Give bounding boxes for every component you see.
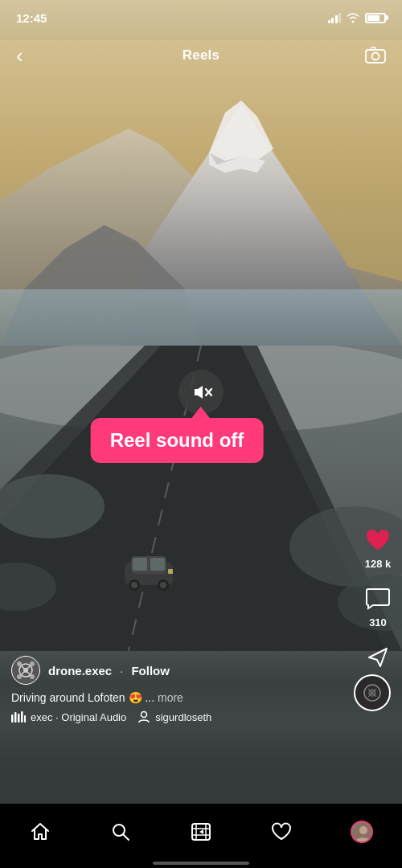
svg-rect-17 [133,558,147,571]
comment-button[interactable]: 310 [363,584,392,628]
follow-button[interactable]: Follow [131,664,170,678]
mountain-silhouette [0,40,402,346]
separator: · [120,664,123,678]
person-icon [137,710,150,723]
svg-rect-0 [366,50,385,63]
svg-rect-40 [14,712,17,723]
svg-point-44 [142,712,147,718]
svg-rect-42 [21,711,23,723]
heart-icon [363,526,392,555]
svg-point-1 [372,53,379,60]
album-art[interactable] [354,674,391,711]
bottom-nav [0,804,402,868]
status-bar: 12:45 [0,0,402,35]
signal-icon [328,12,342,23]
avatar[interactable] [11,656,40,685]
comment-icon [363,584,392,613]
camera-button[interactable] [354,47,386,64]
share-button[interactable] [363,643,392,672]
home-indicator [153,862,249,865]
more-caption[interactable]: more [158,691,183,704]
like-button[interactable]: 128 k [363,526,392,570]
svg-point-54 [359,826,367,834]
nav-bar: ‹ Reels [0,35,402,76]
status-icons [328,12,387,23]
battery-icon [365,13,386,23]
svg-rect-18 [150,558,165,571]
nav-reels[interactable] [181,812,221,852]
status-time: 12:45 [16,11,47,25]
svg-point-34 [17,661,22,666]
svg-rect-9 [0,289,402,346]
comment-count: 310 [369,616,387,628]
nav-title: Reels [183,47,219,63]
svg-point-35 [30,661,35,666]
nav-profile[interactable] [342,812,382,852]
back-button[interactable]: ‹ [16,43,48,68]
wifi-icon [346,12,360,23]
post-info: drone.exec · Follow Driving around Lofot… [0,656,354,723]
svg-point-38 [23,668,28,673]
like-count: 128 k [365,558,392,570]
nav-home[interactable] [20,812,60,852]
caption: Driving around Lofoten 😍 ... more [11,691,343,704]
svg-rect-43 [24,715,26,723]
collaborator-item[interactable]: sigurdloseth [137,710,211,723]
svg-rect-41 [18,714,20,723]
svg-rect-2 [371,47,375,50]
svg-line-51 [123,834,129,840]
share-icon [363,643,392,672]
svg-point-37 [30,674,35,679]
svg-point-36 [17,674,22,679]
profile-avatar [351,821,373,843]
audio-bars-icon [11,711,26,723]
svg-point-22 [160,582,166,588]
nav-search[interactable] [100,812,141,852]
svg-point-20 [131,582,137,588]
svg-rect-23 [168,569,173,574]
username[interactable]: drone.exec [48,664,112,678]
user-row: drone.exec · Follow [11,656,343,685]
svg-rect-39 [11,714,14,723]
nav-activity[interactable] [261,812,302,852]
mute-tooltip: Reel sound off [91,418,264,463]
audio-row: exec · Original Audio sigurdloseth [11,710,343,723]
audio-item[interactable]: exec · Original Audio [11,711,126,723]
